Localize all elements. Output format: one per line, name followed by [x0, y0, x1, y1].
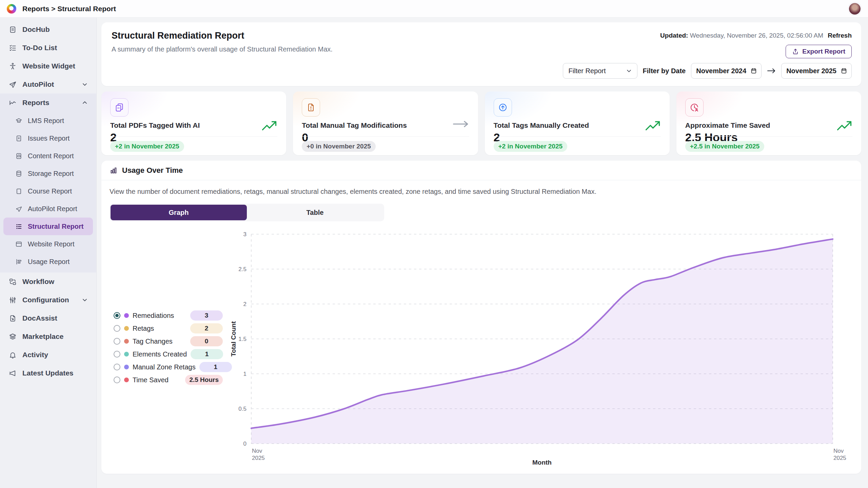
- radio-button[interactable]: [114, 338, 120, 345]
- svg-text:1.5: 1.5: [238, 336, 246, 342]
- radio-button[interactable]: [114, 364, 120, 370]
- svg-text:2.5: 2.5: [238, 266, 246, 272]
- stat-title: Total Tags Manually Created: [494, 121, 661, 129]
- legend-value-badge: 3: [190, 310, 223, 321]
- stat-title: Total Manual Tag Modifications: [302, 121, 469, 129]
- sidebar-item-label: DocAssist: [22, 314, 57, 322]
- sidebar-item-label: Usage Report: [28, 258, 70, 266]
- sidebar-item-label: To-Do List: [22, 44, 57, 52]
- date-to-input[interactable]: November 2025: [781, 63, 852, 79]
- user-avatar[interactable]: [848, 2, 861, 15]
- bar-chart-icon: [110, 166, 118, 175]
- paper-plane-icon: [9, 81, 17, 88]
- sidebar-item-docassist[interactable]: DocAssist: [0, 309, 96, 327]
- date-range-arrow-icon: [767, 67, 776, 74]
- export-report-button[interactable]: Export Report: [786, 45, 852, 58]
- sidebar-item-label: Latest Updates: [22, 369, 74, 377]
- legend-item-tag-changes[interactable]: Tag Changes 0: [114, 336, 223, 346]
- legend-item-time-saved[interactable]: Time Saved 2.5 Hours: [114, 375, 223, 385]
- legend-item-remediations[interactable]: Remediations 3: [114, 310, 223, 320]
- stat-card-pdfs-tagged: Total PDFs Tagged With AI 2 +2 in Novemb…: [101, 92, 286, 155]
- sidebar-item-lms-report[interactable]: LMS Report: [0, 112, 96, 129]
- divider: [110, 136, 277, 137]
- documents-icon: [110, 98, 129, 117]
- sidebar-item-label: AutoPilot: [22, 80, 54, 88]
- usage-description: View the number of document remediations…: [110, 188, 853, 196]
- svg-text:Month: Month: [532, 459, 552, 466]
- clock-user-icon: [685, 98, 704, 117]
- legend-item-retags[interactable]: Retags 2: [114, 323, 223, 333]
- divider: [685, 136, 852, 137]
- legend-item-manual-zone-retags[interactable]: Manual Zone Retags 1: [114, 362, 223, 372]
- graph-table-tabs: Graph Table: [110, 204, 384, 221]
- legend-value-badge: 1: [191, 349, 223, 359]
- structured-list-icon: [15, 223, 22, 230]
- stat-badge: +2 in November 2025: [494, 141, 568, 152]
- stat-badge: +2 in November 2025: [110, 141, 184, 152]
- sidebar-item-label: Website Widget: [22, 62, 75, 70]
- legend-value-badge: 0: [190, 336, 223, 346]
- stat-title: Approximate Time Saved: [685, 121, 852, 129]
- sidebar-item-structural-report[interactable]: Structural Report: [3, 218, 93, 235]
- tab-table[interactable]: Table: [247, 205, 383, 220]
- database-icon: [15, 170, 22, 177]
- app-logo[interactable]: [7, 4, 16, 14]
- usage-over-time-card: Usage Over Time View the number of docum…: [101, 161, 861, 474]
- sidebar-item-todo-list[interactable]: To-Do List: [0, 39, 96, 57]
- chart-area: 00.511.522.53Nov2025Nov2025Total CountMo…: [230, 228, 853, 467]
- trend-up-icon: [262, 120, 277, 131]
- document-icon: [9, 26, 17, 34]
- book-icon: [15, 188, 22, 195]
- radio-button[interactable]: [114, 351, 120, 358]
- trend-flat-icon: [453, 120, 469, 128]
- legend-value-badge: 1: [199, 362, 232, 372]
- trend-up-icon: [645, 120, 660, 131]
- legend-item-elements-created[interactable]: Elements Created 1: [114, 349, 223, 359]
- sidebar-item-dochub[interactable]: DocHub: [0, 20, 96, 39]
- stat-badge: +0 in November 2025: [302, 141, 376, 152]
- sidebar-item-storage-report[interactable]: Storage Report: [0, 165, 96, 182]
- series-color-dot: [124, 378, 129, 382]
- sidebar-item-workflow[interactable]: Workflow: [0, 272, 96, 291]
- layers-icon: [9, 333, 17, 341]
- chart-line-icon: [9, 99, 17, 107]
- sidebar-item-label: Content Report: [28, 152, 74, 160]
- usage-card-header: Usage Over Time: [101, 161, 861, 180]
- sidebar-item-latest-updates[interactable]: Latest Updates: [0, 364, 96, 382]
- chevron-down-icon: [81, 297, 88, 303]
- sidebar-item-activity[interactable]: Activity: [0, 346, 96, 364]
- refresh-link[interactable]: Refresh: [828, 32, 852, 39]
- legend-label: Manual Zone Retags: [133, 363, 196, 371]
- sidebar-item-label: Storage Report: [28, 170, 74, 178]
- radio-button[interactable]: [114, 325, 120, 332]
- sidebar-item-issues-report[interactable]: Issues Report: [0, 129, 96, 147]
- sidebar-item-website-widget[interactable]: Website Widget: [0, 57, 96, 75]
- series-color-dot: [124, 339, 129, 344]
- usage-bars-icon: [15, 258, 22, 265]
- date-from-input[interactable]: November 2024: [691, 63, 762, 79]
- checklist-icon: [9, 44, 17, 52]
- sidebar-item-configuration[interactable]: Configuration: [0, 291, 96, 309]
- radio-button[interactable]: [114, 312, 120, 319]
- legend-label: Elements Created: [133, 350, 187, 358]
- updated-row: Updated: Wednesday, November 26, 2025, 0…: [660, 32, 852, 39]
- sidebar-item-content-report[interactable]: Content Report: [0, 147, 96, 165]
- series-color-dot: [124, 326, 129, 331]
- sidebar-item-autopilot[interactable]: AutoPilot: [0, 75, 96, 94]
- stat-title: Total PDFs Tagged With AI: [110, 121, 277, 129]
- tab-graph[interactable]: Graph: [111, 205, 247, 220]
- svg-text:Nov: Nov: [252, 448, 262, 454]
- updated-value: Wednesday, November 26, 2025, 02:56:00 A…: [690, 32, 823, 39]
- page-subtitle: A summary of the platform's overall usag…: [112, 45, 852, 53]
- sidebar-item-marketplace[interactable]: Marketplace: [0, 327, 96, 346]
- sidebar-item-label: DocHub: [22, 25, 50, 34]
- filter-report-select[interactable]: Filter Report: [563, 63, 637, 79]
- sidebar-item-website-report[interactable]: Website Report: [0, 235, 96, 253]
- sidebar-item-autopilot-report[interactable]: AutoPilot Report: [0, 200, 96, 218]
- date-to-value: November 2025: [786, 67, 836, 75]
- sidebar-item-usage-report[interactable]: Usage Report: [0, 253, 96, 270]
- sidebar-item-reports[interactable]: Reports: [0, 94, 96, 112]
- sidebar-item-course-report[interactable]: Course Report: [0, 182, 96, 200]
- series-color-dot: [124, 352, 129, 357]
- radio-button[interactable]: [114, 377, 120, 383]
